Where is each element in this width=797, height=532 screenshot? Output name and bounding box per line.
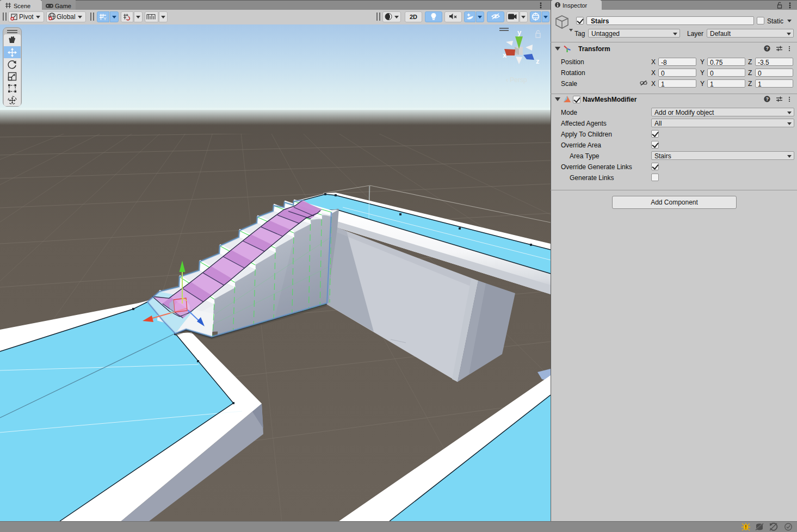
svg-text:Inspector: Inspector <box>563 2 588 9</box>
svg-text:z: z <box>536 57 540 65</box>
svg-text:?: ? <box>766 46 769 51</box>
svg-text:Game: Game <box>55 3 71 9</box>
svg-text:?: ? <box>766 96 769 102</box>
svg-text:Y: Y <box>104 16 107 21</box>
svg-text:y: y <box>517 28 522 36</box>
svg-text:‹ Persp: ‹ Persp <box>506 76 527 84</box>
svg-text:Scene: Scene <box>14 3 30 9</box>
